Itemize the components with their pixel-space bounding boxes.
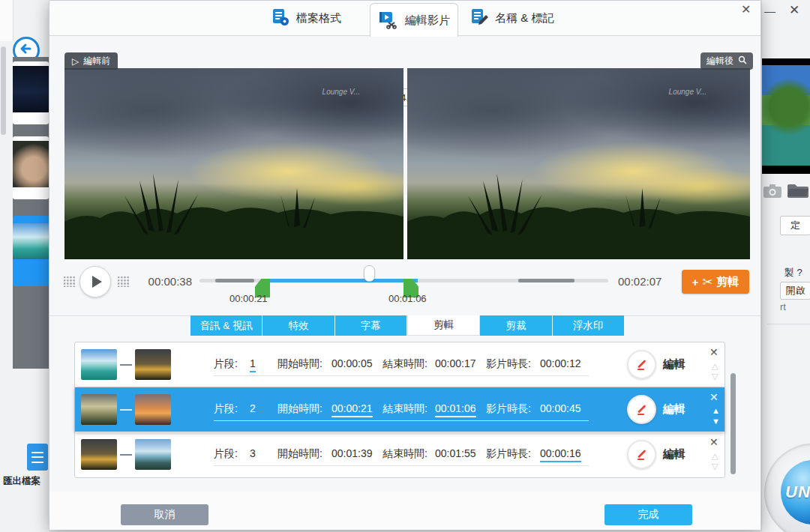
window-close-button[interactable]: ✕: [789, 2, 800, 18]
field-underline: [214, 465, 589, 466]
video-thumbnail-beach: [13, 223, 49, 259]
preview-silhouette: [64, 68, 404, 259]
end-time-field[interactable]: 00:01:06: [435, 402, 476, 417]
subtab-crop[interactable]: 剪裁: [480, 315, 552, 336]
move-down-icon[interactable]: ▽: [712, 372, 718, 381]
media-card[interactable]: [13, 136, 49, 199]
preview-silhouette: [407, 68, 750, 259]
clip3-segment: [518, 279, 574, 282]
field-underline: [214, 420, 589, 421]
tab-file-format[interactable]: 檔案格式: [271, 1, 341, 36]
done-button[interactable]: 完成: [604, 504, 692, 525]
subtab-audio-video[interactable]: 音訊 & 視訊: [190, 315, 262, 336]
move-down-icon[interactable]: ▽: [712, 462, 718, 471]
media-card-selected[interactable]: [13, 216, 49, 286]
clip-row-2-selected[interactable]: 片段: 2 開始時間: 00:00:21 結束時間: 00:01:06 影片時長…: [75, 387, 724, 432]
add-cut-button[interactable]: +✂剪輯: [682, 270, 749, 294]
delete-clip-icon[interactable]: ✕: [710, 436, 718, 448]
start-time-label: 開始時間:: [278, 402, 322, 416]
subtab-trim[interactable]: 剪輯: [407, 315, 480, 336]
duration-field[interactable]: 00:00:16: [540, 447, 581, 462]
cancel-button[interactable]: 取消: [121, 504, 208, 525]
cut-button-label: 剪輯: [717, 275, 740, 289]
edit-clip-button[interactable]: [627, 395, 656, 424]
clip-row-1[interactable]: 片段: 1 開始時間: 00:00:05 結束時間: 00:00:17 影片時長…: [75, 342, 724, 387]
magnifier-icon: [738, 55, 747, 67]
subtab-effects[interactable]: 特效: [262, 315, 334, 336]
playhead-slider[interactable]: [364, 265, 375, 282]
edit-clip-button[interactable]: [627, 350, 656, 379]
before-edit-label: 編輯前: [83, 55, 110, 67]
edit-video-dialog: 檔案格式 編輯影片 名稱 & 標記 ✕ ▷ 編輯前 視訊軌:: [49, 0, 761, 529]
move-up-icon[interactable]: △: [712, 362, 718, 370]
after-edit-tab[interactable]: 編輯後: [700, 52, 753, 70]
clip1-end-thumbnail: [135, 349, 171, 380]
background-card-fragment: [0, 0, 14, 41]
move-up-icon[interactable]: △: [712, 452, 718, 460]
clip3-end-thumbnail: [135, 439, 171, 470]
segment-number-field[interactable]: 3: [250, 447, 256, 459]
open-button[interactable]: 開啟: [780, 282, 810, 300]
end-time-field[interactable]: 00:01:55: [435, 447, 476, 459]
delete-clip-icon[interactable]: ✕: [710, 391, 718, 403]
open-folder-icon[interactable]: [786, 181, 810, 202]
app-window: 匯出檔案 — ✕ 定 製 ? 開啟 rt UN 檔案格式: [0, 0, 810, 532]
clip2-end-thumbnail: [135, 394, 171, 425]
export-file-area[interactable]: 匯出檔案: [0, 441, 49, 493]
pencil-icon: [634, 447, 650, 462]
end-time-field[interactable]: 00:00:17: [435, 357, 476, 369]
subtab-watermark[interactable]: 浮水印: [553, 315, 624, 336]
duration-field[interactable]: 00:00:45: [540, 402, 581, 414]
export-file-icon: [27, 444, 48, 471]
media-card[interactable]: [13, 61, 49, 124]
tab-edit-video[interactable]: 編輯影片: [370, 3, 458, 37]
window-minimize-button[interactable]: —: [764, 4, 776, 17]
divider: [767, 324, 810, 324]
video-track-bar: 視訊軌: Video1: h264, 3840x2160, 00:02:07 ▾: [50, 42, 760, 68]
main-window-right-panel: — ✕ 定 製 ? 開啟 rt UN: [761, 0, 810, 532]
media-list-panel: [13, 57, 49, 369]
export-file-label: 匯出檔案: [3, 475, 50, 488]
clip-row-3[interactable]: 片段: 3 開始時間: 00:01:39 結束時間: 00:01:55 影片時長…: [75, 432, 724, 477]
tab-name-tag[interactable]: 名稱 & 標記: [470, 1, 554, 36]
trim-start-time: 00:00:21: [230, 293, 268, 304]
end-time-label: 結束時間:: [382, 357, 428, 371]
preview-before: Lounge V...: [64, 68, 404, 259]
move-up-icon[interactable]: ▲: [712, 407, 720, 415]
duration-field[interactable]: 00:00:12: [540, 357, 581, 369]
subtab-subtitles[interactable]: 字幕: [335, 315, 407, 336]
edit-clip-button[interactable]: [627, 440, 656, 469]
start-time-label: 開始時間:: [278, 357, 322, 371]
start-time-field[interactable]: 00:00:21: [332, 402, 373, 417]
after-edit-label: 編輯後: [706, 55, 734, 67]
play-icon: [92, 276, 102, 288]
clips-list: 片段: 1 開始時間: 00:00:05 結束時間: 00:00:17 影片時長…: [74, 342, 725, 478]
edit-sub-tabs: 音訊 & 視訊 特效 字幕 剪輯 剪裁 浮水印: [190, 315, 624, 336]
field-underline: [214, 375, 589, 376]
clip2-start-thumbnail: [81, 394, 117, 425]
file-format-icon: [271, 7, 290, 29]
before-edit-tab[interactable]: ▷ 編輯前: [64, 52, 118, 70]
frame-step-forward-icon[interactable]: [117, 276, 130, 287]
segment-number-field[interactable]: 2: [250, 402, 256, 414]
background-scrollbar-fragment[interactable]: [1, 46, 6, 135]
move-down-icon[interactable]: ▼: [712, 417, 720, 426]
dialog-footer: 取消 完成: [50, 492, 760, 530]
segment-number-field[interactable]: 1: [250, 357, 256, 372]
end-time-label: 結束時間:: [382, 402, 428, 416]
play-button[interactable]: [80, 266, 111, 297]
frame-step-back-icon[interactable]: [63, 276, 76, 287]
snapshot-camera-icon[interactable]: [762, 183, 783, 202]
timeline-track[interactable]: [200, 279, 608, 282]
start-time-field[interactable]: 00:00:05: [332, 357, 373, 369]
settings-button-fragment[interactable]: 定: [780, 216, 810, 235]
dialog-close-icon[interactable]: ✕: [741, 2, 751, 16]
start-time-field[interactable]: 00:01:39: [332, 447, 373, 459]
delete-clip-icon[interactable]: ✕: [710, 346, 718, 358]
preview-after: Lounge V...: [407, 68, 750, 259]
clips-scrollbar[interactable]: [730, 373, 736, 474]
range-dash: [120, 454, 132, 456]
clip2-selected-segment: [261, 279, 418, 282]
play-outline-icon: ▷: [72, 56, 79, 67]
trim-end-time: 00:01:06: [388, 293, 427, 304]
